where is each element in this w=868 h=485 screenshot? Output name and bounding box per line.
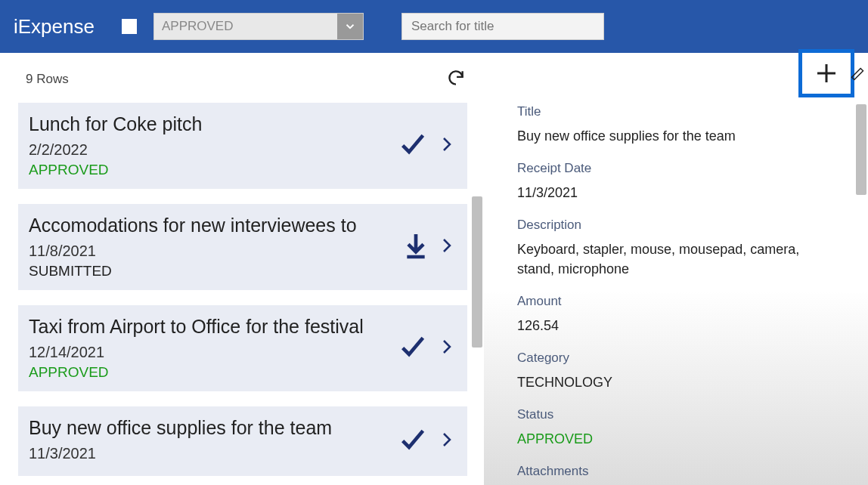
- list-item-date: 11/8/2021: [29, 242, 401, 260]
- list-item-icons: [395, 129, 455, 162]
- list-item-title: Taxi from Airport to Office for the fest…: [29, 316, 395, 338]
- chevron-right-icon[interactable]: [437, 230, 455, 264]
- list-item-icons: [395, 425, 455, 458]
- list-item[interactable]: Taxi from Airport to Office for the fest…: [18, 305, 467, 391]
- list-item-title: Buy new office supplies for the team: [29, 417, 395, 439]
- list-item-body: Buy new office supplies for the team11/3…: [29, 417, 395, 465]
- detail-amount-group: Amount 126.54: [517, 294, 853, 335]
- list-item-body: Accomodations for new interviewees to11/…: [29, 215, 401, 280]
- scrollbar[interactable]: [472, 196, 482, 348]
- check-icon: [395, 129, 431, 162]
- search-input[interactable]: [401, 13, 604, 40]
- list-item-status: APPROVED: [29, 364, 395, 381]
- list-item-date: 11/3/2021: [29, 445, 395, 462]
- chevron-down-icon[interactable]: [337, 14, 363, 39]
- detail-title-group: Title Buy new office supplies for the te…: [517, 104, 853, 146]
- detail-label-status: Status: [517, 407, 853, 422]
- list-item-body: Lunch for Coke pitch2/2/2022APPROVED: [29, 113, 395, 178]
- list-item-icons: [395, 332, 455, 365]
- detail-attachments-group: Attachments: [517, 464, 853, 479]
- list-item[interactable]: Accomodations for new interviewees to11/…: [18, 204, 467, 290]
- check-icon: [395, 332, 431, 365]
- expense-list: Lunch for Coke pitch2/2/2022APPROVEDAcco…: [0, 98, 484, 483]
- expense-list-panel: 9 Rows Lunch for Coke pitch2/2/2022APPRO…: [0, 53, 484, 485]
- list-item[interactable]: Buy new office supplies for the team11/3…: [18, 406, 467, 476]
- filter-checkbox[interactable]: [120, 17, 138, 36]
- detail-value-amount: 126.54: [517, 317, 853, 335]
- add-button[interactable]: [798, 49, 854, 97]
- detail-label-description: Description: [517, 218, 853, 233]
- list-header: 9 Rows: [0, 60, 484, 98]
- detail-label-amount: Amount: [517, 294, 853, 309]
- refresh-icon[interactable]: [446, 68, 466, 91]
- list-item-date: 2/2/2022: [29, 141, 395, 159]
- detail-value-title: Buy new office supplies for the team: [517, 127, 853, 146]
- filter-dropdown-value: APPROVED: [154, 19, 337, 34]
- list-item-title: Lunch for Coke pitch: [29, 113, 395, 135]
- detail-label-title: Title: [517, 104, 853, 119]
- detail-value-category: TECHNOLOGY: [517, 373, 853, 392]
- chevron-right-icon[interactable]: [437, 332, 455, 365]
- detail-panel: Title Buy new office supplies for the te…: [484, 53, 868, 485]
- detail-value-description: Keyboard, stapler, mouse, mousepad, came…: [517, 240, 804, 278]
- chevron-right-icon[interactable]: [437, 425, 455, 458]
- filter-dropdown[interactable]: APPROVED: [153, 13, 364, 40]
- content: 9 Rows Lunch for Coke pitch2/2/2022APPRO…: [0, 53, 868, 485]
- list-item-date: 12/14/2021: [29, 344, 395, 361]
- check-icon: [395, 425, 431, 458]
- detail-description-group: Description Keyboard, stapler, mouse, mo…: [517, 218, 853, 278]
- chevron-right-icon[interactable]: [437, 129, 455, 162]
- detail-label-receipt-date: Receipt Date: [517, 161, 853, 176]
- list-item-status: APPROVED: [29, 162, 395, 178]
- detail-label-attachments: Attachments: [517, 464, 853, 479]
- download-icon: [401, 229, 431, 265]
- detail-category-group: Category TECHNOLOGY: [517, 351, 853, 392]
- detail-label-category: Category: [517, 351, 853, 366]
- detail-receipt-date-group: Receipt Date 11/3/2021: [517, 161, 853, 202]
- app-title: iExpense: [14, 15, 95, 39]
- list-item-icons: [401, 229, 455, 265]
- list-item-status: SUBMITTED: [29, 263, 401, 280]
- detail-value-receipt-date: 11/3/2021: [517, 184, 853, 202]
- list-item[interactable]: Lunch for Coke pitch2/2/2022APPROVED: [18, 103, 467, 189]
- rows-count: 9 Rows: [26, 72, 69, 87]
- list-item-title: Accomodations for new interviewees to: [29, 215, 401, 236]
- detail-status-group: Status APPROVED: [517, 407, 853, 449]
- edit-icon[interactable]: [850, 66, 865, 85]
- app-header: iExpense APPROVED: [0, 0, 868, 53]
- detail-value-status: APPROVED: [517, 430, 853, 449]
- scrollbar[interactable]: [856, 104, 866, 195]
- list-item-body: Taxi from Airport to Office for the fest…: [29, 316, 395, 381]
